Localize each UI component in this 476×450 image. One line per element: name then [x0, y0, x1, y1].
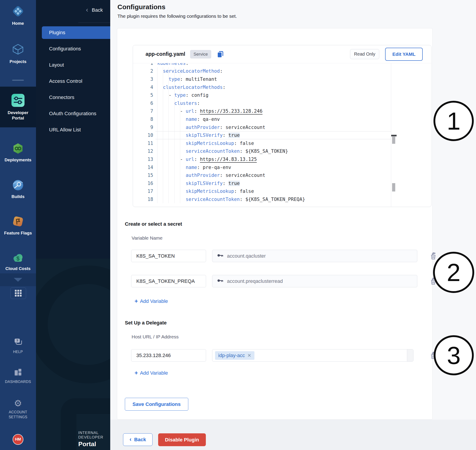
back-button[interactable]: ‹ Back: [123, 433, 153, 446]
divider: [78, 23, 110, 23]
code-line: 2 serviceLocatorMethod:: [133, 67, 431, 75]
secret-selector[interactable]: account.preqaclusterread: [212, 275, 417, 287]
variable-name-input[interactable]: [131, 250, 206, 262]
module-picker-button[interactable]: [10, 287, 26, 299]
sidebar-item-access-control[interactable]: Access Control: [36, 73, 110, 89]
sidebar-item-label: HELP: [12, 349, 24, 354]
sidebar-item-dashboards[interactable]: DASHBOARDS: [0, 368, 36, 384]
delegate-row: idp-play-acc ✕: [131, 349, 437, 361]
code-line: 17 skipMetricsLookup: false: [133, 187, 431, 195]
cloud-costs-icon: $: [12, 252, 24, 264]
sidebar-item-home[interactable]: Home: [0, 5, 36, 26]
code-line: 18 serviceAccountToken: ${K8S_SA_TOKEN_P…: [133, 195, 431, 203]
code-line: 14 name: pre-qa-env: [133, 163, 431, 172]
host-url-input[interactable]: [131, 349, 206, 361]
disable-plugin-button[interactable]: Disable Plugin: [158, 433, 206, 446]
key-icon: [217, 252, 223, 260]
avatar[interactable]: HM: [13, 434, 24, 445]
sidebar-item-help[interactable]: ? HELP: [0, 338, 36, 354]
annotation-circle-2: 2: [433, 252, 474, 293]
grid-icon: [15, 290, 22, 296]
yaml-editor[interactable]: 1kubernetes:2 serviceLocatorMethod:3 typ…: [133, 63, 431, 207]
tag-field-handle[interactable]: [407, 349, 413, 361]
projects-icon: [12, 43, 24, 57]
scrollbar-thumb[interactable]: [392, 183, 395, 191]
delegate-tags-input[interactable]: idp-play-acc ✕: [212, 349, 413, 361]
sidebar-item-connectors[interactable]: Connectors: [36, 89, 110, 106]
variable-name-input[interactable]: [131, 275, 206, 287]
key-icon: [217, 277, 223, 285]
home-icon: [12, 5, 24, 18]
annotation-circle-1: 1: [434, 101, 474, 141]
secret-rows: account.qaclusteraccount.preqaclusterrea…: [131, 250, 437, 300]
code-line: 9 authProvider: serviceAccount: [133, 123, 431, 131]
nav-resize-handle[interactable]: [0, 74, 36, 87]
add-variable-link-delegate[interactable]: + Add Variable: [135, 370, 168, 376]
watermark-ring: [36, 266, 110, 383]
code-line: 6 clusters:: [133, 99, 431, 107]
back-nav-button[interactable]: ‹ Back: [86, 7, 103, 13]
sidebar-item-label: Feature Flags: [2, 231, 34, 236]
code-line: 7 - url: https://35.233.128.246: [133, 107, 431, 115]
variable-name-label: Variable Name: [132, 235, 162, 241]
svg-text:$: $: [16, 255, 20, 262]
remove-tag-icon[interactable]: ✕: [247, 353, 252, 358]
secret-selector[interactable]: account.qacluster: [212, 250, 417, 262]
chevron-left-icon: ‹: [86, 6, 88, 13]
add-variable-link-secret[interactable]: + Add Variable: [135, 298, 168, 304]
handle-bar: [12, 80, 24, 81]
code-line: 8 name: qa-env: [133, 115, 431, 123]
sidebar-item-label: Developer Portal: [3, 110, 33, 121]
page: Home Projects Developer Portal Deploymen: [0, 0, 476, 450]
gear-icon: ⚙: [14, 399, 22, 408]
left-nav-rail: Home Projects Developer Portal Deploymen: [0, 0, 36, 450]
page-title: Configurations: [118, 3, 165, 11]
brand: INTERNAL DEVELOPER Portal: [78, 431, 110, 448]
sidebar-item-cloud-costs[interactable]: $ Cloud Costs: [0, 252, 36, 271]
sidebar-item-feature-flags[interactable]: Feature Flags: [0, 216, 36, 236]
delete-row-icon[interactable]: [429, 252, 437, 260]
sidebar-item-label: ACCOUNT SETTINGS: [3, 410, 33, 420]
plugin-side-nav: ‹ Back PluginsConfigurationsLayoutAccess…: [36, 0, 110, 450]
sidebar-item-plugins[interactable]: Plugins: [42, 26, 110, 39]
secret-value: account.qacluster: [227, 253, 266, 259]
edit-yaml-button[interactable]: Edit YAML: [385, 48, 423, 61]
secret-value: account.preqaclusterread: [227, 278, 283, 284]
sidebar-item-url-allow-list[interactable]: URL Allow List: [36, 122, 110, 138]
sidebar-item-configurations[interactable]: Configurations: [36, 41, 110, 57]
yaml-filename: app-config.yaml: [146, 51, 185, 57]
code-line: 15 authProvider: serviceAccount: [133, 171, 431, 179]
side-nav-items: PluginsConfigurationsLayoutAccess Contro…: [36, 24, 110, 138]
code-line: 11 skipMetricsLookup: false: [133, 139, 431, 147]
copy-icon[interactable]: [217, 50, 224, 58]
brand-title: Portal: [78, 441, 110, 448]
sidebar-item-builds[interactable]: Builds: [0, 180, 36, 199]
developer-portal-icon: [12, 94, 24, 108]
code-line: 16 skipTLSVerify: true: [133, 179, 431, 187]
sidebar-item-account-settings[interactable]: ⚙ ACCOUNT SETTINGS: [0, 399, 36, 420]
sidebar-item-developer-portal[interactable]: Developer Portal: [0, 94, 36, 121]
code-line: 10 skipTLSVerify: true: [133, 131, 431, 139]
sidebar-item-label: Builds: [10, 194, 26, 199]
secret-variable-row: account.preqaclusterread: [131, 275, 437, 287]
code-lines: 1kubernetes:2 serviceLocatorMethod:3 typ…: [133, 59, 431, 203]
sidebar-item-oauth-configurations[interactable]: OAuth Configurations: [36, 106, 110, 122]
sidebar-item-deployments[interactable]: Deployments: [0, 143, 36, 163]
help-icon: ?: [13, 338, 23, 347]
yaml-editor-header: app-config.yaml Service Read Only Edit Y…: [133, 45, 431, 63]
svg-text:?: ?: [16, 339, 18, 343]
code-line: 4 clusterLocatorMethods:: [133, 83, 431, 91]
collapse-modules-button[interactable]: [0, 273, 36, 286]
builds-icon: [12, 180, 24, 192]
feature-flags-icon: [12, 216, 24, 228]
sidebar-item-projects[interactable]: Projects: [0, 43, 36, 64]
code-line: 12 serviceAccountToken: ${K8S_SA_TOKEN}: [133, 147, 431, 155]
sidebar-item-layout[interactable]: Layout: [36, 57, 110, 73]
read-only-badge: Read Only: [350, 49, 380, 59]
active-module-section: Developer Portal: [0, 87, 36, 127]
side-nav-decoration: [36, 259, 110, 450]
save-configurations-button[interactable]: Save Configurations: [125, 398, 188, 411]
scrollbar-thumb[interactable]: [392, 136, 395, 144]
code-line: 13 - url: https://34.83.13.125: [133, 155, 431, 163]
secret-variable-row: account.qacluster: [131, 250, 437, 262]
